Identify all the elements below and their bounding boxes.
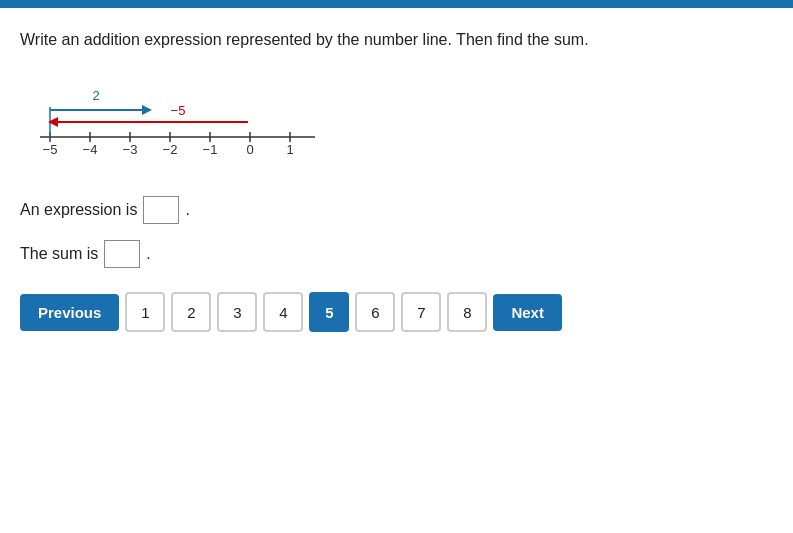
sum-suffix: .	[146, 245, 150, 263]
svg-text:−4: −4	[83, 142, 98, 157]
sum-input[interactable]	[104, 240, 140, 268]
next-button[interactable]: Next	[493, 294, 562, 331]
page-button-8[interactable]: 8	[447, 292, 487, 332]
svg-text:−1: −1	[203, 142, 218, 157]
page-button-7[interactable]: 7	[401, 292, 441, 332]
pagination: Previous 12345678 Next	[20, 292, 773, 332]
sum-row: The sum is .	[20, 240, 773, 268]
svg-text:−2: −2	[163, 142, 178, 157]
sum-prefix: The sum is	[20, 245, 98, 263]
top-bar	[0, 0, 793, 8]
number-line-svg: −5 −4 −3 −2 −1 0 1	[30, 72, 325, 172]
page-button-3[interactable]: 3	[217, 292, 257, 332]
svg-text:0: 0	[246, 142, 253, 157]
question-text: Write an addition expression represented…	[20, 28, 773, 52]
svg-text:2: 2	[92, 88, 99, 103]
expression-input[interactable]	[143, 196, 179, 224]
number-line-container: −5 −4 −3 −2 −1 0 1	[30, 72, 330, 172]
svg-marker-16	[142, 105, 152, 115]
main-content: Write an addition expression represented…	[0, 8, 793, 352]
expression-suffix: .	[185, 201, 189, 219]
previous-button[interactable]: Previous	[20, 294, 119, 331]
svg-text:−3: −3	[123, 142, 138, 157]
page-button-4[interactable]: 4	[263, 292, 303, 332]
page-button-1[interactable]: 1	[125, 292, 165, 332]
expression-prefix: An expression is	[20, 201, 137, 219]
page-button-2[interactable]: 2	[171, 292, 211, 332]
expression-row: An expression is .	[20, 196, 773, 224]
svg-text:−5: −5	[171, 103, 186, 118]
page-button-6[interactable]: 6	[355, 292, 395, 332]
svg-text:−5: −5	[43, 142, 58, 157]
svg-text:1: 1	[286, 142, 293, 157]
page-buttons-container: 12345678	[125, 292, 487, 332]
page-button-5[interactable]: 5	[309, 292, 349, 332]
